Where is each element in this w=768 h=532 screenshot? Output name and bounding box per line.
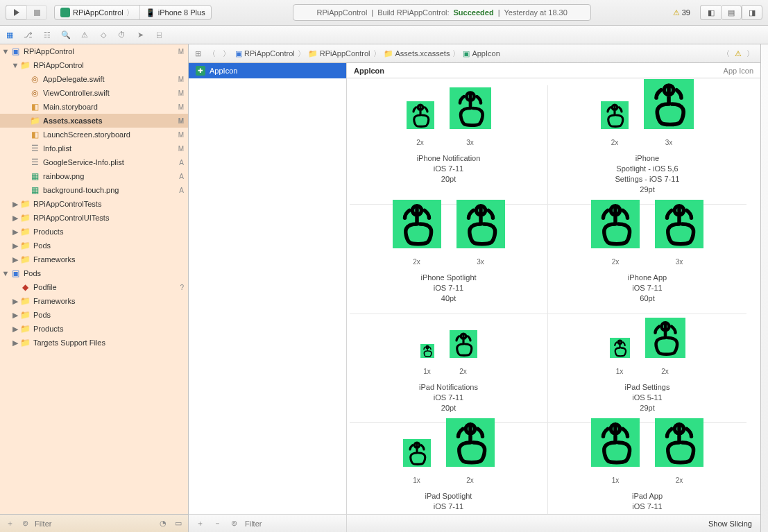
file-tree[interactable]: ▼▣RPiAppControlM▼📁RPiAppControl◎AppDeleg… [0, 44, 188, 514]
file-row-n16[interactable]: ▼▣Pods [0, 266, 188, 280]
file-row-n1[interactable]: ▼📁RPiAppControl [0, 58, 188, 72]
disclosure-icon[interactable]: ▶ [11, 325, 19, 334]
file-row-n15[interactable]: ▶📁Frameworks [0, 252, 188, 266]
add-file-button[interactable]: ＋ [4, 518, 16, 529]
filter-icon: ⊚ [20, 519, 31, 528]
file-label: RPiAppControl [33, 61, 181, 69]
related-items-button[interactable]: ⊞ [193, 49, 203, 58]
toggle-bottom-panel-button[interactable]: ▤ [721, 5, 742, 20]
file-row-n13[interactable]: ▶📁Products [0, 225, 188, 239]
file-label: background-touch.png [43, 186, 176, 194]
scm-status: M [176, 145, 184, 153]
scale-label: 1x [423, 368, 431, 375]
icon-well[interactable]: 2x [446, 418, 495, 484]
file-row-n10[interactable]: ▦background-touch.pngA [0, 183, 188, 197]
icon-well[interactable]: 2x [591, 200, 640, 266]
recent-filter-button[interactable]: ◔ [157, 519, 169, 528]
asset-item-appicon[interactable]: ✚ AppIcon [189, 63, 346, 78]
icon-well[interactable]: 2x [601, 101, 629, 146]
report-navigator-tab[interactable]: ⌸ [150, 26, 169, 44]
breakpoint-navigator-tab[interactable]: ➤ [131, 26, 150, 44]
forward-button[interactable]: 〉 [221, 49, 232, 59]
scm-status: A [176, 173, 184, 180]
breadcrumb-project[interactable]: ▣RPiAppControl [235, 49, 295, 58]
scale-label: 2x [413, 258, 420, 266]
icon-well[interactable]: 3x [644, 79, 694, 146]
file-row-n0[interactable]: ▼▣RPiAppControlM [0, 44, 188, 58]
stop-button[interactable] [26, 5, 47, 20]
file-row-n8[interactable]: ☰GoogleService-Info.plistA [0, 155, 188, 169]
symbol-navigator-tab[interactable]: ☷ [37, 26, 56, 44]
file-row-n5[interactable]: 📁Assets.xcassetsM [0, 114, 188, 128]
show-slicing-button[interactable]: Show Slicing [708, 520, 752, 528]
file-row-n17[interactable]: ◆Podfile? [0, 280, 188, 294]
issue-navigator-tab[interactable]: ⚠︎ [75, 26, 94, 44]
project-navigator-tab[interactable]: ▦ [0, 26, 19, 44]
toggle-right-panel-button[interactable]: ◨ [742, 5, 762, 20]
disclosure-icon[interactable]: ▼ [1, 269, 10, 277]
navigator-filter-input[interactable] [35, 520, 153, 528]
icon-well[interactable]: 2x [645, 318, 685, 375]
warnings-badge[interactable]: ⚠︎ 39 [673, 8, 690, 17]
disclosure-icon[interactable]: ▶ [11, 214, 19, 223]
file-row-n2[interactable]: ◎AppDelegate.swiftM [0, 72, 188, 86]
app-icon-image [420, 344, 434, 358]
asset-outline: ✚ AppIcon ＋ － ⊚ [189, 63, 347, 532]
test-navigator-tab[interactable]: ◇ [94, 26, 112, 44]
disclosure-icon[interactable]: ▶ [11, 228, 19, 237]
file-row-n21[interactable]: ▶📁Targets Support Files [0, 336, 188, 350]
icon-well[interactable]: 3x [456, 200, 505, 266]
icon-well[interactable]: 2x [655, 418, 703, 484]
file-row-n20[interactable]: ▶📁Products [0, 322, 188, 336]
disclosure-icon[interactable]: ▼ [1, 47, 10, 55]
disclosure-icon[interactable]: ▶ [11, 297, 19, 306]
file-row-n6[interactable]: ◧LaunchScreen.storyboardM [0, 128, 188, 141]
disclosure-icon[interactable]: ▶ [11, 338, 19, 347]
disclosure-icon[interactable]: ▶ [11, 255, 19, 264]
activity-app: RPiAppControl [317, 8, 368, 17]
next-issue-button[interactable]: 〉 [744, 49, 756, 59]
disclosure-icon[interactable]: ▼ [11, 61, 19, 69]
icon-well[interactable]: 2x [450, 330, 477, 375]
icon-well[interactable]: 1x [420, 344, 434, 375]
icon-well[interactable]: 2x [393, 200, 441, 266]
asset-filter-input[interactable] [245, 520, 341, 528]
add-asset-button[interactable]: ＋ [194, 518, 206, 529]
toggle-left-panel-button[interactable]: ◧ [700, 5, 721, 20]
breadcrumb-asset[interactable]: ▣AppIcon [463, 49, 500, 58]
icon-well[interactable]: 2x [407, 101, 434, 146]
remove-asset-button[interactable]: － [212, 518, 223, 529]
file-label: rainbow.png [43, 172, 176, 180]
icon-well[interactable]: 1x [610, 338, 630, 375]
source-control-navigator-tab[interactable]: ⎇ [19, 26, 37, 44]
scheme-selector[interactable]: RPiAppControl〉 📱iPhone 8 Plus [54, 5, 212, 20]
file-row-n4[interactable]: ◧Main.storyboardM [0, 100, 188, 114]
file-row-n7[interactable]: ☰Info.plistM [0, 141, 188, 155]
file-row-n3[interactable]: ◎ViewController.swiftM [0, 86, 188, 100]
back-button[interactable]: 〈 [206, 49, 218, 59]
icon-well[interactable]: 3x [655, 200, 703, 266]
file-row-n11[interactable]: ▶📁RPiAppControlTests [0, 197, 188, 211]
icon-well[interactable]: 1x [403, 439, 431, 484]
icon-well[interactable]: 1x [591, 418, 640, 484]
disclosure-icon[interactable]: ▶ [11, 241, 19, 250]
file-row-n12[interactable]: ▶📁RPiAppControlUITests [0, 211, 188, 225]
prev-issue-button[interactable]: 〈 [720, 49, 732, 59]
disclosure-icon[interactable]: ▶ [11, 200, 19, 209]
disclosure-icon[interactable]: ▶ [11, 311, 19, 320]
breadcrumb-group[interactable]: 📁RPiAppControl [308, 49, 370, 58]
activity-viewer: RPiAppControl | Build RPiAppControl: Suc… [293, 4, 591, 21]
file-row-n14[interactable]: ▶📁Pods [0, 239, 188, 252]
inspector-collapsed[interactable] [760, 44, 768, 532]
file-row-n18[interactable]: ▶📁Frameworks [0, 294, 188, 308]
file-row-n9[interactable]: ▦rainbow.pngA [0, 169, 188, 183]
debug-navigator-tab[interactable]: ⏱ [112, 26, 131, 44]
scale-label: 3x [466, 139, 474, 146]
scm-filter-button[interactable]: ▭ [173, 519, 184, 528]
scm-status: M [176, 89, 184, 97]
icon-well[interactable]: 3x [450, 87, 491, 146]
breadcrumb-catalog[interactable]: 📁Assets.xcassets [384, 49, 450, 58]
run-button[interactable] [6, 5, 26, 20]
find-navigator-tab[interactable]: 🔍 [56, 26, 75, 44]
file-row-n19[interactable]: ▶📁Pods [0, 308, 188, 322]
